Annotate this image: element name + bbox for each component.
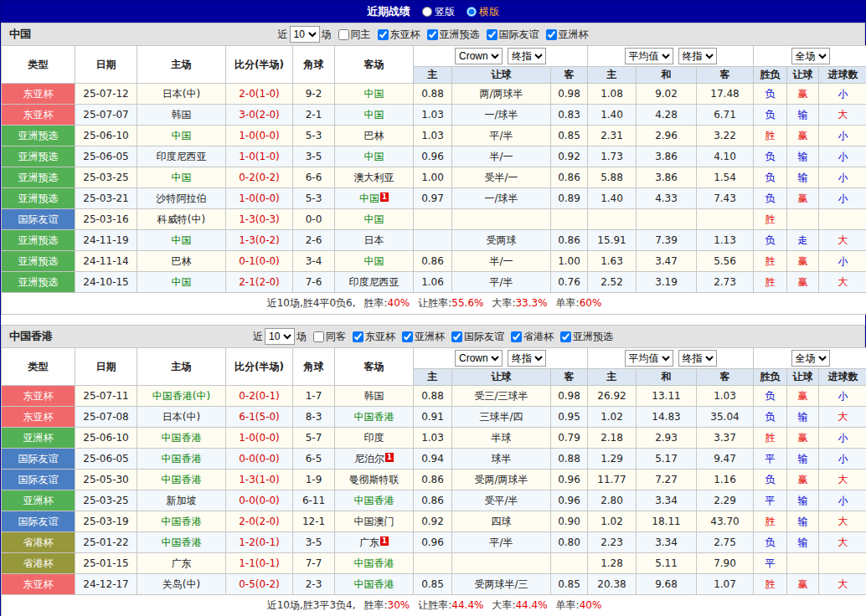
avg-home-cell: 5.88	[588, 167, 637, 188]
home-team-cell: 日本(中)	[137, 84, 226, 105]
recent-count-select[interactable]: 10	[290, 26, 320, 43]
competition-checkbox[interactable]	[451, 331, 462, 342]
competition-checkbox[interactable]	[511, 331, 522, 342]
average-select[interactable]: 平均值	[625, 350, 673, 367]
competition-checkbox[interactable]	[353, 331, 363, 342]
home-team: 中国	[172, 234, 192, 246]
competition-toggle-东亚杯[interactable]: 东亚杯	[373, 28, 420, 42]
competition-toggle-亚洲杯[interactable]: 亚洲杯	[397, 330, 445, 344]
avg-away-cell: 7.90	[697, 553, 754, 574]
odds-final-select[interactable]: 终指	[508, 350, 546, 367]
bookmaker-select[interactable]: Crown	[455, 48, 503, 64]
page-title: 近期战绩	[367, 4, 410, 19]
result-winloss-cell: 平	[754, 490, 787, 511]
away-team-cell: 印度尼西亚	[335, 272, 414, 293]
fulltime-select-group: 全场	[754, 348, 866, 369]
avg-draw-cell: 3.34	[637, 490, 697, 511]
summary-record: 近10场,胜3平3负4,	[267, 599, 356, 611]
same-venue-toggle[interactable]: 同主	[333, 28, 371, 42]
same-venue-checkbox[interactable]	[313, 331, 324, 342]
avg-draw-cell: 3.19	[637, 272, 697, 293]
avg-home-cell: 1.73	[588, 146, 637, 167]
column-header-away: 客场	[335, 348, 414, 386]
odds-away-cell	[551, 553, 588, 574]
result-goals-cell: 小	[819, 188, 866, 209]
away-team-cell: 澳大利亚	[335, 167, 414, 188]
competition-toggle-国际友谊[interactable]: 国际友谊	[446, 330, 504, 344]
home-team-cell: 中国香港	[137, 532, 226, 553]
competition-checkbox[interactable]	[487, 29, 497, 40]
layout-radio-horizontal[interactable]	[467, 7, 477, 17]
result-handicap-cell: 输	[787, 167, 819, 188]
odds-away-cell: 0.98	[551, 84, 588, 105]
layout-option-vertical[interactable]: 竖版	[422, 5, 455, 19]
corner-cell: 5-7	[293, 428, 335, 449]
handicap-cell: 半球	[452, 428, 551, 449]
away-team-cell: 中国	[335, 146, 414, 167]
competition-toggle-国际友谊[interactable]: 国际友谊	[482, 28, 539, 42]
same-venue-checkbox[interactable]	[338, 29, 349, 40]
result-handicap-cell: 赢	[787, 272, 819, 293]
home-team: 中国	[172, 172, 192, 183]
competition-checkbox[interactable]	[546, 29, 557, 40]
avg-away-cell: 4.10	[697, 146, 754, 167]
result-goals-cell: 小	[819, 490, 866, 511]
odds-home-cell: 0.86	[414, 490, 452, 511]
score-cell: 0-0(0-0)	[226, 449, 293, 470]
fulltime-select[interactable]: 全场	[791, 350, 830, 367]
score: 0-0(0-0)	[239, 495, 280, 506]
bookmaker-select[interactable]: Crown	[455, 350, 503, 367]
same-venue-toggle[interactable]: 同客	[308, 330, 346, 344]
avg-draw-cell: 9.02	[637, 84, 697, 105]
column-header-score: 比分(半场)	[226, 46, 293, 84]
odds-final-select[interactable]: 终指	[508, 48, 546, 64]
competition-label: 亚洲杯	[559, 28, 589, 42]
odds-home-cell: 0.88	[414, 84, 452, 105]
result-goals-cell: 小	[819, 146, 866, 167]
layout-radio-vertical[interactable]	[422, 7, 432, 17]
competition-checkbox[interactable]	[427, 29, 438, 40]
recent-count-select[interactable]: 10	[265, 328, 295, 345]
result-winloss-cell: 胜	[754, 251, 787, 272]
away-team: 中国香港	[354, 557, 394, 569]
summary-stat: 胜率:40%	[364, 297, 410, 309]
away-team-cell: 中国香港	[335, 407, 414, 428]
result-goals-cell: 小	[819, 449, 866, 470]
result-winloss-cell: 负	[754, 470, 787, 490]
score-cell: 6-1(5-0)	[226, 407, 293, 428]
result-goals-cell: 大	[819, 470, 866, 490]
result-handicap-cell: 输	[787, 146, 819, 167]
competition-checkbox[interactable]	[402, 331, 413, 342]
odds-home-cell: 1.03	[414, 105, 452, 126]
result-winloss-cell: 负	[754, 230, 787, 251]
competition-toggle-亚洲预选[interactable]: 亚洲预选	[555, 330, 613, 344]
table-row: 省港杯25-01-15广东1-1(0-1)7-7中国香港1.285.117.90…	[2, 553, 866, 574]
competition-checkbox[interactable]	[378, 29, 389, 40]
avg-final-select[interactable]: 终指	[678, 48, 717, 64]
avg-draw-cell: 5.17	[637, 449, 697, 470]
competition-toggle-省港杯[interactable]: 省港杯	[506, 330, 554, 344]
layout-option-horizontal[interactable]: 横版	[467, 5, 499, 19]
score-cell: 1-3(1-0)	[226, 470, 293, 490]
team-name: 中国	[9, 27, 31, 42]
home-team-cell: 中国	[137, 167, 226, 188]
avg-final-select[interactable]: 终指	[678, 350, 717, 367]
competition-label: 亚洲预选	[573, 330, 613, 344]
title-bar: 近期战绩 竖版 横版	[1, 1, 865, 23]
competition-toggle-亚洲预选[interactable]: 亚洲预选	[422, 28, 480, 42]
avg-draw-cell: 7.39	[637, 230, 697, 251]
home-team: 中国香港	[162, 432, 202, 444]
table-row: 省港杯25-01-22中国香港1-2(0-1)3-5广东10.96平/半0.80…	[2, 532, 866, 553]
fulltime-select[interactable]: 全场	[791, 48, 830, 64]
competition-checkbox[interactable]	[560, 331, 571, 342]
competition-toggle-东亚杯[interactable]: 东亚杯	[348, 330, 395, 344]
away-team: 中国	[364, 255, 384, 267]
avg-draw-cell: 13.11	[637, 386, 697, 407]
home-team: 沙特阿拉伯	[157, 192, 207, 204]
away-team-cell: 中国香港	[335, 553, 414, 574]
score-cell: 0-2(0-2)	[226, 167, 293, 188]
competition-toggle-亚洲杯[interactable]: 亚洲杯	[541, 28, 589, 42]
average-select[interactable]: 平均值	[625, 48, 673, 64]
date-cell: 25-03-25	[75, 167, 137, 188]
result-goals-cell: 大	[819, 272, 866, 293]
